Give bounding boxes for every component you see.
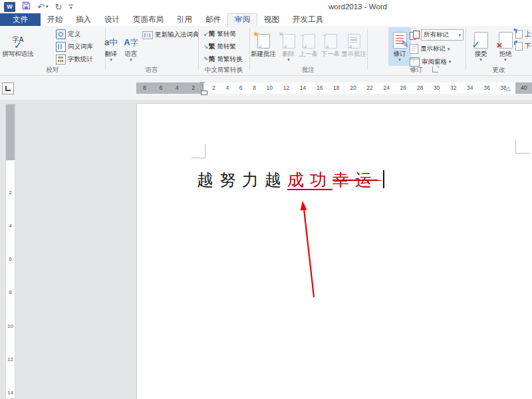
markup-options-icon <box>410 31 419 39</box>
accept-button[interactable]: ✓ 接受 ▾ <box>468 27 493 63</box>
ruler-number: 10 <box>267 82 273 94</box>
undo-icon: ↶ <box>37 3 45 11</box>
tracking-dialog-launcher-icon[interactable] <box>432 66 438 72</box>
titlebar: W ↶ ▾ ↻ ▾ word2013 - Word <box>0 0 532 13</box>
tab-stop-selector[interactable] <box>2 82 14 94</box>
ruler-number: 36 <box>483 82 489 94</box>
language-button[interactable]: A字 语言 ▾ <box>122 27 140 63</box>
spelling-grammar-icon: 字A ✓ <box>13 37 24 49</box>
simp-trad-convert-button[interactable]: ✎简 简繁转换 <box>203 55 243 64</box>
simp-trad-convert-icon: ✎简 <box>203 55 215 64</box>
redo-button[interactable]: ↻ <box>55 3 62 11</box>
update-ime-dictionary-button[interactable]: 更新输入法词典 <box>142 31 200 39</box>
ruler-number: 14 <box>7 390 13 396</box>
thesaurus-icon <box>56 42 66 52</box>
show-comments-button[interactable]: 显示批注 <box>340 27 367 57</box>
ruler-number: 2 <box>9 190 11 196</box>
save-button[interactable] <box>22 1 31 13</box>
ruler-number: 10 <box>7 323 13 329</box>
reject-icon: × <box>499 32 513 49</box>
reviewing-pane-button[interactable]: 审阅窗格 ▾ <box>410 57 452 66</box>
ruler-number: 6 <box>159 82 162 94</box>
ruler-number: 20 <box>350 82 356 94</box>
ribbon: 字A ✓ 拼写和语法 定义 同义词库 字数统计 校对 a中 翻译 ▾ <box>0 26 532 76</box>
new-comment-button[interactable]: * 新建批注 <box>247 27 279 57</box>
undo-button[interactable]: ↶ ▾ <box>37 3 48 11</box>
next-comment-button[interactable]: → 下一条 <box>320 27 341 57</box>
define-button[interactable]: 定义 <box>56 29 80 39</box>
ruler-number: 12 <box>7 356 13 362</box>
ruler-number: 28 <box>417 82 423 94</box>
translate-button[interactable]: a中 翻译 ▾ <box>101 27 121 63</box>
left-indent-marker[interactable] <box>201 90 207 95</box>
ruler-number: 2 <box>212 82 215 94</box>
ruler-number: 4 <box>9 223 11 229</box>
vertical-ruler: 2468101214 <box>5 104 15 399</box>
show-comments-icon <box>348 34 360 49</box>
ruler-number: 12 <box>283 82 289 94</box>
ruler-margin-numbers: 8642 <box>136 82 203 94</box>
text-cursor <box>383 170 384 188</box>
tab-insert[interactable]: 插入 <box>69 13 98 26</box>
tab-references[interactable]: 引用 <box>170 13 199 26</box>
ruler-number: 18 <box>333 82 339 94</box>
ribbon-tab-row: 文件 开始 插入 设计 页面布局 引用 邮件 审阅 视图 开发工具 <box>0 13 532 26</box>
show-markup-icon <box>410 44 418 54</box>
group-divider <box>466 29 466 70</box>
word-count-button[interactable]: 字数统计 <box>56 55 93 65</box>
spelling-grammar-button[interactable]: 字A ✓ 拼写和语法 <box>1 27 35 57</box>
delete-comment-button[interactable]: × 删除 ▾ <box>280 27 297 63</box>
group-label-proofing: 校对 <box>0 66 105 74</box>
group-label-changes: 更改 <box>466 66 532 74</box>
ruler-number: 30 <box>434 82 440 94</box>
keyboard-icon <box>142 31 153 39</box>
text-deleted[interactable]: 幸运 <box>332 170 378 189</box>
next-change-button[interactable]: ↱ 下一 <box>513 41 532 51</box>
document-text-line[interactable]: 越努力越成功幸运 <box>197 169 384 191</box>
translate-icon: a中 <box>104 37 118 49</box>
ruler-number: 4 <box>176 82 179 94</box>
ruler-number: 6 <box>239 82 243 94</box>
word-logo-icon: W <box>4 2 15 12</box>
trad-to-simp-button[interactable]: ↙简 繁转简 <box>203 29 236 39</box>
display-for-review-select[interactable]: 所有标记 ▾ <box>421 29 464 41</box>
tab-review[interactable]: 审阅 <box>227 13 257 26</box>
show-markup-button[interactable]: 显示标记 ▾ <box>410 44 450 54</box>
text-inserted[interactable]: 成功 <box>287 170 332 189</box>
undo-dropdown-icon[interactable]: ▾ <box>46 4 49 9</box>
tab-home[interactable]: 开始 <box>41 13 69 26</box>
customize-qat-button[interactable]: ▾ <box>68 5 73 9</box>
language-icon: A字 <box>124 37 138 49</box>
right-indent-marker[interactable]: △ <box>506 86 511 92</box>
tab-file[interactable]: 文件 <box>0 13 41 26</box>
ruler-number: 4 <box>225 82 229 94</box>
ruler-number: 14 <box>300 82 306 94</box>
delete-comment-icon: × <box>283 34 295 49</box>
ruler-number: 24 <box>383 82 389 94</box>
window-title: word2013 - Word <box>329 3 387 11</box>
display-for-review-row: 所有标记 ▾ <box>410 29 464 41</box>
previous-change-button[interactable]: ↰ 上一 <box>513 29 532 39</box>
tab-page-layout[interactable]: 页面布局 <box>126 13 170 26</box>
accept-icon: ✓ <box>474 32 488 49</box>
tab-mailings[interactable]: 邮件 <box>199 13 227 26</box>
tab-design[interactable]: 设计 <box>98 13 126 26</box>
ruler-number: 8 <box>143 82 146 94</box>
ruler-number: 26 <box>400 82 406 94</box>
next-change-icon: ↱ <box>513 41 523 51</box>
next-comment-icon: → <box>325 34 337 49</box>
trad-to-simp-icon: ↙简 <box>203 29 215 39</box>
text-normal[interactable]: 越努力越 <box>197 170 287 189</box>
group-label-language: 语言 <box>105 66 198 74</box>
group-label-conversion: 中文简繁转换 <box>198 66 249 74</box>
thesaurus-button[interactable]: 同义词库 <box>56 42 93 52</box>
tab-developer[interactable]: 开发工具 <box>286 13 330 26</box>
previous-comment-button[interactable]: ← 上一条 <box>298 27 319 57</box>
left-tab-icon <box>5 86 11 91</box>
simp-to-trad-button[interactable]: ↘繁 简转繁 <box>203 42 236 51</box>
track-changes-button[interactable]: ✎ 修订 ▾ <box>388 27 411 66</box>
ruler-numbers: 2468101214161820222426283032343638 <box>203 82 515 94</box>
ruler-number: 6 <box>9 256 11 262</box>
horizontal-ruler: 8642 2468101214161820222426283032343638 … <box>136 82 532 94</box>
tab-view[interactable]: 视图 <box>257 13 286 26</box>
